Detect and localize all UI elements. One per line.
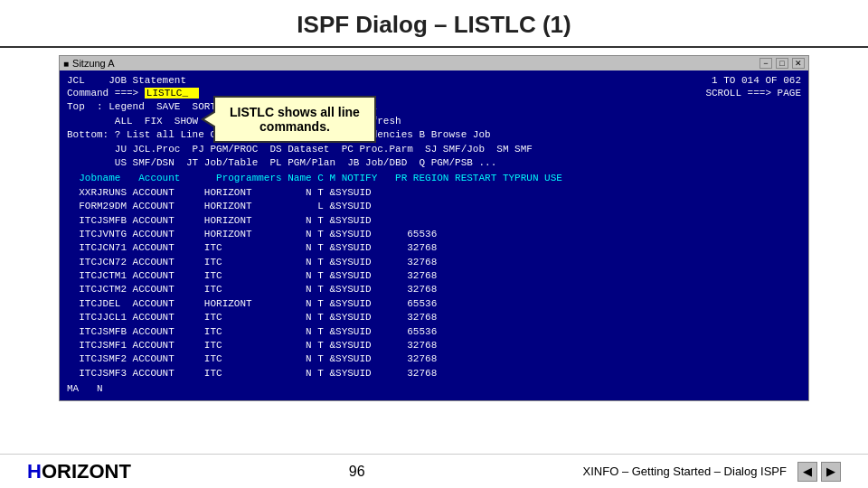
terminal-header: JCL JOB Statement 1 TO 014 OF 062 (67, 74, 801, 88)
header-right: 1 TO 014 OF 062 (712, 74, 801, 88)
footer: HORIZONT 96 XINFO – Getting Started – Di… (0, 454, 868, 488)
status-line: MA N (67, 382, 801, 396)
table-row: FORM29DM ACCOUNT HORIZONT L &SYSUID (67, 200, 801, 213)
main-content: ■ Sitzung A − □ ✕ JCL JOB Statement 1 TO… (0, 55, 868, 401)
table-row: ITCJSMFB ACCOUNT HORIZONT N T &SYSUID (67, 214, 801, 228)
table-row: ITCJSMFB ACCOUNT ITC N T &SYSUID 65536 (67, 325, 801, 339)
table-row: ITCJSMF3 ACCOUNT ITC N T &SYSUID 32768 (67, 367, 801, 380)
header-left: JCL JOB Statement (67, 74, 186, 88)
tooltip-line2: commands. (230, 119, 360, 134)
table-row: ITCJCN71 ACCOUNT ITC N T &SYSUID 32768 (67, 241, 801, 255)
terminal-titlebar: ■ Sitzung A − □ ✕ (60, 56, 808, 70)
bottom-line-2: JU JCL.Proc PJ PGM/PROC DS Dataset PC Pr… (67, 143, 801, 156)
next-button[interactable]: ▶ (821, 462, 841, 482)
terminal-body: JCL JOB Statement 1 TO 014 OF 062 Comman… (60, 70, 808, 400)
footer-page-number: 96 (349, 464, 365, 480)
terminal-icon: ■ (63, 59, 69, 69)
footer-logo: HORIZONT (27, 460, 131, 483)
tooltip-box: LISTLC shows all line commands. (213, 96, 376, 143)
table-rows: XXRJRUNS ACCOUNT HORIZONT N T &SYSUID FO… (67, 186, 801, 380)
table-row: ITCJCN72 ACCOUNT ITC N T &SYSUID 32768 (67, 256, 801, 269)
command-label: Command ===> (67, 88, 145, 99)
command-input[interactable]: LISTLC_ (145, 88, 199, 99)
bottom-line-1: Bottom: ? List all Line Commands S Selec… (67, 128, 801, 142)
table-row: ITCJSMF2 ACCOUNT ITC N T &SYSUID 32768 (67, 352, 801, 366)
minimize-button[interactable]: − (760, 58, 772, 69)
page-title: ISPF Dialog – LISTLC (1) (0, 0, 868, 48)
command-line: Command ===> LISTLC_ SCROLL ===> PAGE (67, 88, 801, 99)
window-controls: − □ ✕ (760, 58, 805, 69)
logo-h: H (27, 460, 42, 483)
close-button[interactable]: ✕ (792, 58, 805, 69)
logo-o: O (42, 460, 57, 483)
terminal-window: ■ Sitzung A − □ ✕ JCL JOB Statement 1 TO… (59, 55, 809, 401)
table-row: XXRJRUNS ACCOUNT HORIZONT N T &SYSUID (67, 186, 801, 200)
table-row: ITCJDEL ACCOUNT HORIZONT N T &SYSUID 655… (67, 297, 801, 311)
tooltip-line1: LISTLC shows all line (230, 105, 360, 119)
logo-rest: RIZONT (57, 460, 131, 483)
table-row: ITCJSMF1 ACCOUNT ITC N T &SYSUID 32768 (67, 339, 801, 352)
footer-info: XINFO – Getting Started – Dialog ISPF (583, 465, 787, 478)
footer-navigation: XINFO – Getting Started – Dialog ISPF ◀ … (583, 462, 841, 482)
table-row: ITCJCTM2 ACCOUNT ITC N T &SYSUID 32768 (67, 283, 801, 296)
prev-button[interactable]: ◀ (797, 462, 817, 482)
scroll-label: SCROLL ===> PAGE (705, 88, 801, 99)
terminal-title: Sitzung A (72, 58, 114, 69)
titlebar-left: ■ Sitzung A (63, 58, 115, 69)
bottom-line-3: US SMF/DSN JT Job/Table PL PGM/Plan JB J… (67, 156, 801, 170)
table-row: ITCJJCL1 ACCOUNT ITC N T &SYSUID 32768 (67, 311, 801, 324)
table-row: ITCJCTM1 ACCOUNT ITC N T &SYSUID 32768 (67, 269, 801, 283)
table-row: ITCJVNTG ACCOUNT HORIZONT N T &SYSUID 65… (67, 228, 801, 241)
top-line-1: Top : Legend SAVE SORT Find ST it (67, 100, 801, 114)
table-header: Jobname Account Programmers Name C M NOT… (67, 172, 801, 185)
maximize-button[interactable]: □ (776, 58, 788, 69)
top-line-2: ALL FIX SHOW Edit.SQL Idbtes Group Refre… (67, 115, 801, 128)
